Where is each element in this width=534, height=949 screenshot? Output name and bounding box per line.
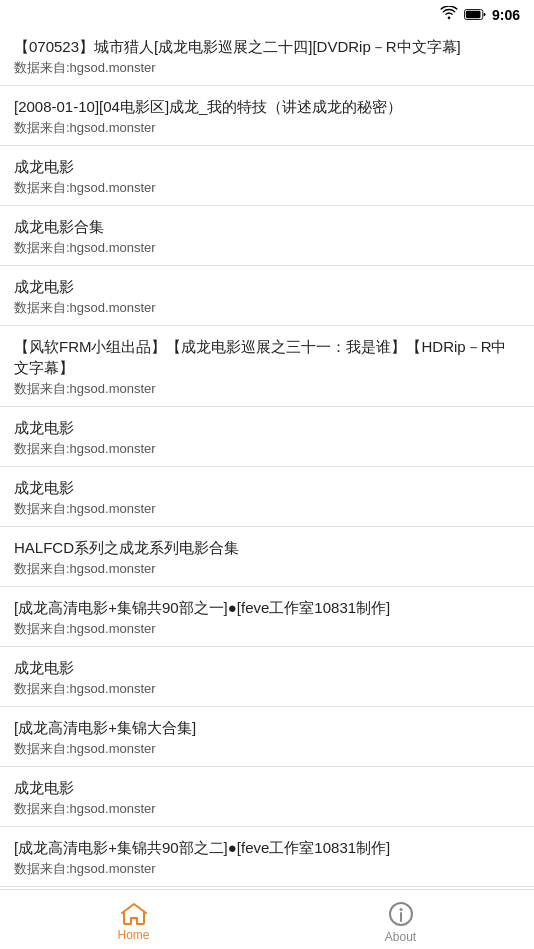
item-title: 成龙电影 bbox=[14, 657, 520, 678]
item-source: 数据来自:hgsod.monster bbox=[14, 740, 520, 758]
item-title: [成龙高清电影+集锦共90部之一]●[feve工作室10831制作] bbox=[14, 597, 520, 618]
item-source: 数据来自:hgsod.monster bbox=[14, 800, 520, 818]
item-source: 数据来自:hgsod.monster bbox=[14, 680, 520, 698]
item-source: 数据来自:hgsod.monster bbox=[14, 440, 520, 458]
wifi-icon bbox=[440, 6, 458, 24]
status-time: 9:06 bbox=[492, 7, 520, 23]
item-title: 成龙电影 bbox=[14, 477, 520, 498]
item-source: 数据来自:hgsod.monster bbox=[14, 179, 520, 197]
nav-about-label: About bbox=[385, 930, 416, 944]
item-source: 数据来自:hgsod.monster bbox=[14, 620, 520, 638]
list-item[interactable]: 【风软FRM小组出品】【成龙电影巡展之三十一：我是谁】【HDRip－R中文字幕】… bbox=[0, 326, 534, 407]
item-source: 数据来自:hgsod.monster bbox=[14, 299, 520, 317]
list-item[interactable]: 成龙电影数据来自:hgsod.monster bbox=[0, 266, 534, 326]
svg-rect-1 bbox=[466, 11, 481, 18]
list-item[interactable]: [成龙高清电影+集锦大合集]数据来自:hgsod.monster bbox=[0, 707, 534, 767]
item-title: 【070523】城市猎人[成龙电影巡展之二十四][DVDRip－R中文字幕] bbox=[14, 36, 520, 57]
item-title: [2008-01-10][04电影区]成龙_我的特技（讲述成龙的秘密） bbox=[14, 96, 520, 117]
item-title: HALFCD系列之成龙系列电影合集 bbox=[14, 537, 520, 558]
list-item[interactable]: [成龙高清电影+集锦共90部之二]●[feve工作室10831制作]数据来自:h… bbox=[0, 827, 534, 887]
list-item[interactable]: 成龙电影数据来自:hgsod.monster bbox=[0, 647, 534, 707]
item-source: 数据来自:hgsod.monster bbox=[14, 560, 520, 578]
list-item[interactable]: [2008-01-10][04电影区]成龙_我的特技（讲述成龙的秘密）数据来自:… bbox=[0, 86, 534, 146]
svg-point-3 bbox=[399, 908, 402, 911]
item-title: 成龙电影合集 bbox=[14, 216, 520, 237]
list-item[interactable]: 成龙电影数据来自:hgsod.monster bbox=[0, 146, 534, 206]
list-item[interactable]: 成龙电影数据来自:hgsod.monster bbox=[0, 407, 534, 467]
item-source: 数据来自:hgsod.monster bbox=[14, 239, 520, 257]
item-source: 数据来自:hgsod.monster bbox=[14, 380, 520, 398]
item-source: 数据来自:hgsod.monster bbox=[14, 860, 520, 878]
item-title: 成龙电影 bbox=[14, 156, 520, 177]
battery-icon bbox=[464, 6, 486, 24]
item-title: 【风软FRM小组出品】【成龙电影巡展之三十一：我是谁】【HDRip－R中文字幕】 bbox=[14, 336, 520, 378]
list-item[interactable]: 成龙电影合集数据来自:hgsod.monster bbox=[0, 206, 534, 266]
nav-home[interactable]: Home bbox=[0, 897, 267, 942]
bottom-nav: Home About bbox=[0, 889, 534, 949]
nav-home-label: Home bbox=[117, 928, 149, 942]
nav-about[interactable]: About bbox=[267, 895, 534, 944]
list-item[interactable]: 成龙电影数据来自:hgsod.monster bbox=[0, 467, 534, 527]
item-title: 成龙电影 bbox=[14, 777, 520, 798]
list-item[interactable]: 【070523】城市猎人[成龙电影巡展之二十四][DVDRip－R中文字幕]数据… bbox=[0, 26, 534, 86]
item-title: 成龙电影 bbox=[14, 276, 520, 297]
list-item[interactable]: HALFCD系列之成龙系列电影合集数据来自:hgsod.monster bbox=[0, 527, 534, 587]
item-source: 数据来自:hgsod.monster bbox=[14, 59, 520, 77]
item-source: 数据来自:hgsod.monster bbox=[14, 119, 520, 137]
status-bar: 9:06 bbox=[0, 0, 534, 26]
item-source: 数据来自:hgsod.monster bbox=[14, 500, 520, 518]
content-list: 【070523】城市猎人[成龙电影巡展之二十四][DVDRip－R中文字幕]数据… bbox=[0, 26, 534, 949]
item-title: [成龙高清电影+集锦大合集] bbox=[14, 717, 520, 738]
item-title: 成龙电影 bbox=[14, 417, 520, 438]
list-item[interactable]: [成龙高清电影+集锦共90部之一]●[feve工作室10831制作]数据来自:h… bbox=[0, 587, 534, 647]
list-item[interactable]: 成龙电影数据来自:hgsod.monster bbox=[0, 767, 534, 827]
item-title: [成龙高清电影+集锦共90部之二]●[feve工作室10831制作] bbox=[14, 837, 520, 858]
